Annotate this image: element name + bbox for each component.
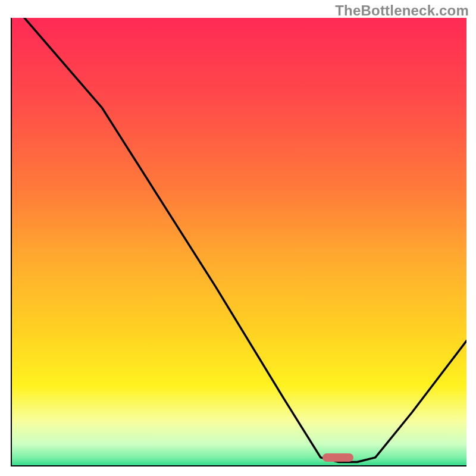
gradient-background: [11, 18, 466, 466]
optimal-point-marker: [322, 453, 353, 462]
plot-area: [11, 18, 466, 466]
watermark-text: TheBottleneck.com: [335, 2, 469, 19]
chart-svg: [11, 18, 466, 466]
chart-container: TheBottleneck.com: [0, 0, 476, 476]
